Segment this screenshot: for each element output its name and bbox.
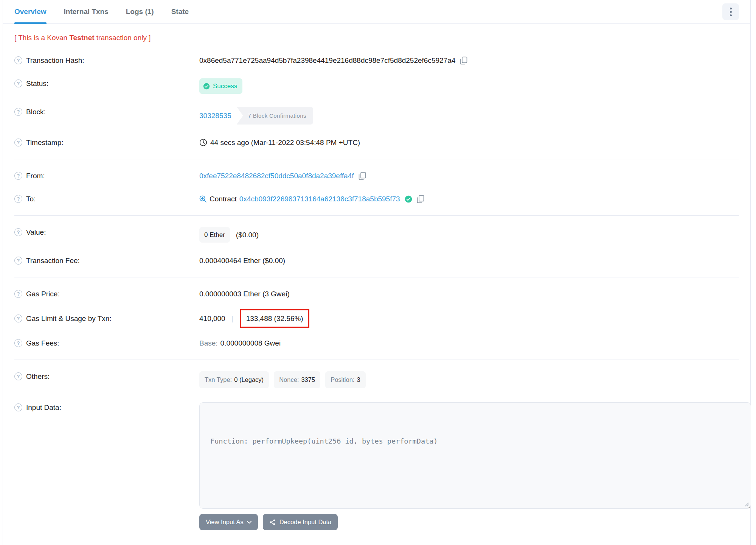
row-input-data: ? Input Data: Function: performUpkeep(ui… bbox=[14, 395, 739, 537]
status-label: Status: bbox=[26, 78, 48, 89]
decode-input-data-button[interactable]: Decode Input Data bbox=[263, 514, 338, 530]
chevron-down-icon bbox=[247, 521, 251, 524]
magnifier-plus-icon[interactable] bbox=[199, 195, 207, 203]
row-gas-fees: ? Gas Fees: Base: 0.000000008 Gwei bbox=[14, 332, 739, 355]
tab-bar: Overview Internal Txns Logs (1) State bbox=[3, 0, 750, 24]
nonce-badge: Nonce:3375 bbox=[274, 371, 320, 388]
row-timestamp: ? Timestamp: 44 secs ago (Mar-11-2022 03… bbox=[14, 131, 739, 154]
help-icon[interactable]: ? bbox=[14, 372, 22, 380]
copy-hash-button[interactable] bbox=[460, 56, 467, 65]
copy-icon bbox=[460, 56, 467, 65]
row-gas-limit-usage: ? Gas Limit & Usage by Txn: 410,000 | 13… bbox=[14, 305, 739, 332]
from-label: From: bbox=[26, 171, 45, 181]
timestamp-value: 44 secs ago (Mar-11-2022 03:54:48 PM +UT… bbox=[210, 137, 360, 148]
to-contract-kind: Contract bbox=[210, 194, 237, 204]
gas-limit-value: 410,000 bbox=[199, 313, 225, 324]
row-transaction-hash: ? Transaction Hash: 0x86ed5a771e725aa94d… bbox=[14, 49, 739, 72]
testnet-notice: [ This is a Kovan Testnet transaction on… bbox=[3, 24, 750, 45]
status-badge: Success bbox=[199, 78, 242, 94]
block-number-link[interactable]: 30328535 bbox=[199, 111, 231, 121]
annotation-box: 133,488 (32.56%) bbox=[240, 309, 309, 328]
function-signature: Function: performUpkeep(uint256 id, byte… bbox=[210, 435, 740, 447]
position-badge: Position:3 bbox=[325, 371, 365, 388]
transaction-hash-label: Transaction Hash: bbox=[26, 55, 84, 65]
value-label: Value: bbox=[26, 227, 46, 237]
transaction-fee-value: 0.000400464 Ether ($0.00) bbox=[199, 255, 285, 266]
help-icon[interactable]: ? bbox=[14, 315, 22, 322]
row-others: ? Others: Txn Type:0 (Legacy) Nonce:3375… bbox=[14, 365, 739, 395]
verified-check-icon bbox=[405, 195, 412, 203]
tabbar-spacer bbox=[206, 0, 722, 23]
help-icon[interactable]: ? bbox=[14, 79, 22, 87]
copy-icon bbox=[417, 195, 424, 203]
base-fee-value: 0.000000008 Gwei bbox=[220, 338, 281, 348]
row-value: ? Value: 0 Ether ($0.00) bbox=[14, 221, 739, 249]
section-divider bbox=[14, 159, 739, 159]
gas-limit-label: Gas Limit & Usage by Txn: bbox=[26, 313, 112, 324]
transaction-hash-value: 0x86ed5a771e725aa94d5b7fa2398e4419e216d8… bbox=[199, 55, 455, 65]
copy-icon bbox=[359, 172, 366, 180]
section-divider bbox=[14, 215, 739, 216]
kebab-menu-icon bbox=[730, 8, 732, 16]
gas-usage-value: 133,488 (32.56%) bbox=[246, 315, 303, 322]
row-transaction-fee: ? Transaction Fee: 0.000400464 Ether ($0… bbox=[14, 249, 739, 272]
help-icon[interactable]: ? bbox=[14, 139, 22, 146]
view-input-as-button[interactable]: View Input As bbox=[199, 514, 258, 530]
gas-fees-label: Gas Fees: bbox=[26, 338, 59, 348]
input-data-textarea[interactable]: Function: performUpkeep(uint256 id, byte… bbox=[199, 402, 751, 509]
copy-to-address-button[interactable] bbox=[417, 195, 424, 203]
tab-internal-txns[interactable]: Internal Txns bbox=[64, 0, 109, 23]
usd-value: ($0.00) bbox=[236, 230, 259, 240]
tab-state[interactable]: State bbox=[171, 0, 189, 23]
help-icon[interactable]: ? bbox=[14, 172, 22, 180]
more-options-button[interactable] bbox=[722, 3, 739, 20]
copy-from-address-button[interactable] bbox=[359, 172, 366, 180]
gas-price-value: 0.000000003 Ether (3 Gwei) bbox=[199, 289, 290, 299]
base-fee-label: Base: bbox=[199, 338, 218, 348]
row-status: ? Status: Success bbox=[14, 72, 739, 100]
from-address-link[interactable]: 0xfee7522e8482682cf50ddc50a0f8da2a39effa… bbox=[199, 171, 354, 181]
clock-icon bbox=[199, 139, 207, 146]
to-label: To: bbox=[26, 194, 36, 204]
help-icon[interactable]: ? bbox=[14, 108, 22, 116]
check-circle-icon bbox=[203, 83, 210, 90]
help-icon[interactable]: ? bbox=[14, 228, 22, 236]
section-divider bbox=[14, 277, 739, 277]
block-label: Block: bbox=[26, 107, 46, 117]
block-confirmations-badge: 7 Block Confirmations bbox=[237, 107, 313, 125]
ether-value-badge: 0 Ether bbox=[199, 227, 230, 243]
value-separator: | bbox=[231, 313, 233, 324]
help-icon[interactable]: ? bbox=[14, 290, 22, 298]
method-id: MethodID: 0x7bbaf1ea bbox=[210, 506, 740, 509]
transaction-fee-label: Transaction Fee: bbox=[26, 255, 80, 266]
help-icon[interactable]: ? bbox=[14, 56, 22, 64]
txn-type-badge: Txn Type:0 (Legacy) bbox=[199, 371, 269, 388]
transaction-card: Overview Internal Txns Logs (1) State [ … bbox=[3, 0, 751, 545]
others-label: Others: bbox=[26, 371, 50, 382]
tab-logs[interactable]: Logs (1) bbox=[126, 0, 154, 23]
row-from: ? From: 0xfee7522e8482682cf50ddc50a0f8da… bbox=[14, 164, 739, 187]
row-block: ? Block: 30328535 7 Block Confirmations bbox=[14, 100, 739, 131]
tab-overview[interactable]: Overview bbox=[14, 0, 47, 23]
section-divider bbox=[14, 360, 739, 360]
help-icon[interactable]: ? bbox=[14, 257, 22, 265]
row-to: ? To: Contract 0x4cb093f226983713164a621… bbox=[14, 187, 739, 210]
to-address-link[interactable]: 0x4cb093f226983713164a62138c3f718a5b595f… bbox=[239, 194, 400, 204]
help-icon[interactable]: ? bbox=[14, 195, 22, 203]
resize-handle-icon[interactable] bbox=[744, 501, 749, 506]
timestamp-label: Timestamp: bbox=[26, 137, 64, 148]
gas-price-label: Gas Price: bbox=[26, 289, 60, 299]
decode-icon bbox=[269, 519, 276, 526]
overview-content: ? Transaction Hash: 0x86ed5a771e725aa94d… bbox=[3, 45, 750, 537]
help-icon[interactable]: ? bbox=[14, 403, 22, 411]
input-data-label: Input Data: bbox=[26, 402, 61, 413]
row-gas-price: ? Gas Price: 0.000000003 Ether (3 Gwei) bbox=[14, 282, 739, 305]
blank-line bbox=[210, 470, 740, 482]
help-icon[interactable]: ? bbox=[14, 339, 22, 347]
